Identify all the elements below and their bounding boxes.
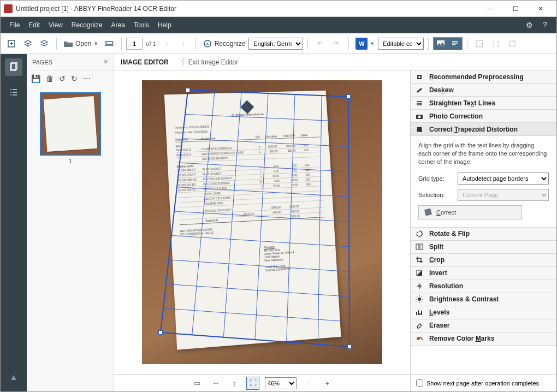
correct-button[interactable]: Correct bbox=[418, 205, 522, 219]
grid-handle-bl[interactable] bbox=[158, 330, 163, 335]
menu-view[interactable]: View bbox=[44, 18, 67, 32]
tool-label: Brightness & Contrast bbox=[429, 295, 499, 303]
save-page-button[interactable]: 💾 bbox=[31, 74, 40, 83]
fit-height-button[interactable]: ↕ bbox=[228, 377, 241, 390]
tools-footer: Show next page after operation completes bbox=[411, 374, 556, 391]
more-button[interactable]: ⋯ bbox=[83, 74, 91, 83]
recognize-button[interactable]: A Recognize bbox=[200, 36, 248, 51]
language-select[interactable]: English; German bbox=[248, 38, 303, 50]
tool-row-brightness[interactable]: Brightness & Contrast bbox=[411, 293, 556, 306]
correct-icon bbox=[424, 209, 432, 216]
undo-button[interactable]: ↶ bbox=[312, 36, 328, 51]
stack-down-button[interactable] bbox=[20, 36, 35, 51]
invert-icon bbox=[415, 269, 424, 277]
fit-width-button[interactable]: ↔ bbox=[209, 377, 222, 390]
main-toolbar: Open ▼ of 1 ↑ ↓ A Recognize English; Ger… bbox=[1, 33, 556, 54]
recognize-label: Recognize bbox=[215, 40, 246, 47]
tool-row-split[interactable]: Split bbox=[411, 241, 556, 254]
resolution-icon bbox=[415, 282, 424, 290]
grid-handle-br[interactable] bbox=[347, 345, 352, 349]
tool-row-rotate[interactable]: Rotate & Flip bbox=[411, 228, 556, 241]
grid-type-label: Grid type: bbox=[418, 175, 453, 182]
menu-help[interactable]: Help bbox=[153, 18, 176, 32]
menu-edit[interactable]: Edit bbox=[24, 18, 44, 32]
tool-label: Rotate & Flip bbox=[429, 230, 470, 237]
eraser-icon bbox=[415, 321, 424, 330]
menu-file[interactable]: File bbox=[5, 18, 24, 32]
page-up-button[interactable]: ↑ bbox=[159, 36, 175, 51]
menu-recognize[interactable]: Recognize bbox=[67, 18, 107, 32]
pages-title: PAGES bbox=[32, 59, 52, 66]
fit-page-button[interactable]: ▭ bbox=[191, 377, 204, 390]
thumbnail-label: 1 bbox=[32, 158, 108, 164]
warning-icon[interactable]: ▲ bbox=[5, 369, 22, 386]
pages-tab-icon[interactable] bbox=[5, 58, 22, 76]
page-number-input[interactable] bbox=[126, 38, 143, 50]
tool-row-crop[interactable]: Crop bbox=[411, 254, 556, 267]
image-editor-header: IMAGE EDITOR 〈 Exit Image Editor bbox=[114, 54, 556, 70]
removecolor-icon bbox=[415, 334, 424, 343]
tool-label: Remove Color Marks bbox=[429, 335, 494, 342]
split-icon bbox=[415, 242, 424, 251]
menu-area[interactable]: Area bbox=[107, 18, 129, 32]
grid-handle-tr[interactable] bbox=[346, 94, 351, 99]
view-image-button[interactable] bbox=[434, 38, 448, 50]
tool-row-resolution[interactable]: Resolution bbox=[411, 280, 556, 293]
scan-button[interactable] bbox=[102, 36, 117, 51]
settings-icon[interactable]: ⚙ bbox=[522, 17, 537, 33]
rotate-ccw-button[interactable]: ↺ bbox=[59, 74, 66, 83]
zoom-out-button[interactable]: − bbox=[302, 377, 315, 390]
open-button[interactable]: Open ▼ bbox=[61, 36, 100, 51]
exit-image-editor-button[interactable]: 〈 Exit Image Editor bbox=[176, 56, 238, 68]
page-down-button[interactable]: ↓ bbox=[176, 36, 191, 51]
close-button[interactable]: ✕ bbox=[528, 1, 553, 17]
fit-screen-button[interactable]: ⛶ bbox=[246, 377, 259, 390]
new-page-button[interactable] bbox=[4, 36, 19, 51]
word-icon: W bbox=[355, 38, 368, 50]
help-icon[interactable]: ？ bbox=[537, 17, 552, 33]
show-next-checkbox[interactable] bbox=[416, 379, 423, 387]
tool-label: Correct Trapezoid Distortion bbox=[429, 126, 518, 133]
export-mode-select[interactable]: Editable copy bbox=[378, 38, 424, 50]
view-text-button[interactable] bbox=[448, 38, 462, 50]
tool-label: Recommended Preprocessing bbox=[429, 73, 524, 81]
levels-icon bbox=[415, 308, 424, 317]
svg-point-33 bbox=[418, 298, 421, 301]
rotate-cw-button[interactable]: ↻ bbox=[71, 74, 78, 83]
maximize-button[interactable]: ☐ bbox=[503, 1, 528, 17]
image-canvas[interactable]: D. Brawn Manufacture Invoice no: DVT-AX-… bbox=[114, 70, 410, 374]
tool-row-straighten[interactable]: Straighten Text Lines bbox=[411, 97, 556, 110]
tool-row-photo[interactable]: Photo Correction bbox=[411, 110, 556, 123]
tool-row-deskew[interactable]: Deskew bbox=[411, 84, 556, 97]
grid-type-select[interactable]: Autodetect page borders bbox=[458, 173, 549, 185]
tool-row-levels[interactable]: Levels bbox=[411, 306, 556, 319]
page-thumbnail-1[interactable] bbox=[40, 92, 101, 156]
menu-tools[interactable]: Tools bbox=[129, 18, 153, 32]
tool-label: Photo Correction bbox=[429, 112, 483, 120]
redo-button[interactable]: ↷ bbox=[329, 36, 344, 51]
deskew-icon bbox=[415, 86, 424, 94]
zoom-select[interactable]: 46% bbox=[265, 377, 297, 389]
stack-button[interactable] bbox=[37, 36, 52, 51]
pages-panel: PAGES ✕ 💾 🗑 ↺ ↻ ⋯ 1 bbox=[27, 54, 114, 391]
pages-close-button[interactable]: ✕ bbox=[103, 58, 108, 66]
word-export-button[interactable]: W▼ bbox=[353, 36, 377, 51]
tool-row-removecolor[interactable]: Remove Color Marks bbox=[411, 332, 556, 346]
tool-label: Invert bbox=[429, 269, 447, 277]
open-label: Open bbox=[75, 40, 91, 47]
tool-row-eraser[interactable]: Eraser bbox=[411, 319, 556, 332]
delete-page-button[interactable]: 🗑 bbox=[46, 74, 54, 83]
zoom-in-button[interactable]: ＋ bbox=[321, 377, 334, 390]
area-tool-1[interactable] bbox=[472, 36, 487, 51]
rotate-icon bbox=[415, 229, 424, 238]
properties-tab-icon[interactable] bbox=[5, 84, 22, 101]
minimize-button[interactable]: — bbox=[478, 1, 503, 17]
area-tool-2[interactable] bbox=[488, 36, 503, 51]
tool-row-recommended[interactable]: Recommended Preprocessing bbox=[411, 70, 556, 84]
tool-row-trapezoid[interactable]: Correct Trapezoid Distortion bbox=[411, 123, 556, 136]
grid-handle-tl[interactable] bbox=[186, 88, 190, 92]
tool-row-invert[interactable]: Invert bbox=[411, 267, 556, 280]
area-tool-3[interactable] bbox=[505, 36, 520, 51]
doc-logo bbox=[240, 100, 254, 114]
show-next-label: Show next page after operation completes bbox=[426, 380, 539, 387]
